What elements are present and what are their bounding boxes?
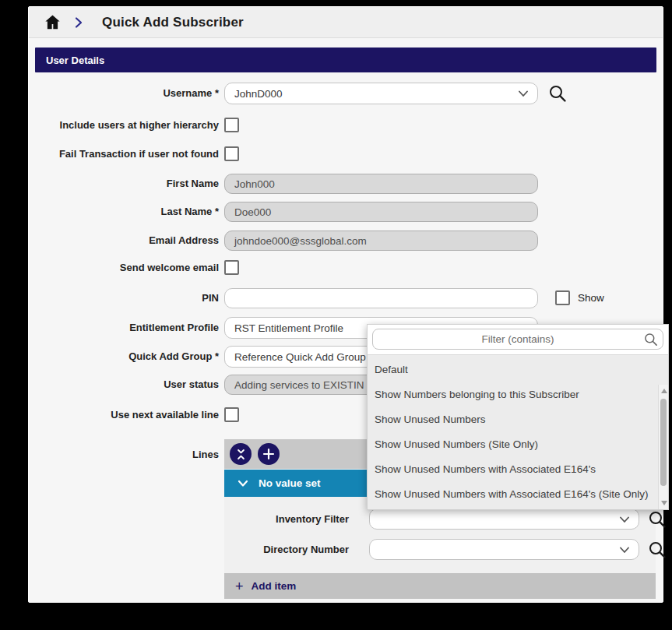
last-name-value: Doe000: [234, 206, 271, 218]
username-select[interactable]: JohnD000: [224, 83, 538, 104]
entitlement-profile-label: Entitlement Profile: [37, 317, 219, 339]
pin-label: PIN: [37, 288, 219, 308]
scroll-up-icon[interactable]: [661, 389, 667, 393]
first-name-label: First Name: [37, 174, 219, 194]
first-name-value: John000: [234, 178, 275, 190]
email-value: johndoe000@sssglobal.com: [234, 235, 367, 247]
scrollbar-thumb[interactable]: [660, 399, 667, 486]
line-group-title: No value set: [259, 477, 321, 489]
pin-input[interactable]: [224, 288, 538, 308]
directory-number-label: Directory Number: [232, 539, 349, 560]
user-status-label: User status: [37, 375, 219, 395]
collapse-all-icon: [234, 448, 248, 461]
option-show-unused-site-only[interactable]: Show Unused Numbers (Site Only): [368, 432, 668, 457]
chevron-down-icon: [618, 544, 631, 556]
add-item-label: Add item: [252, 580, 297, 592]
filter-option-list: Default Show Numbers belonging to this S…: [368, 354, 668, 509]
directory-number-search-icon[interactable]: [647, 540, 667, 560]
option-show-numbers-subscriber[interactable]: Show Numbers belonging to this Subscribe…: [368, 382, 668, 407]
last-name-label: Last Name *: [37, 202, 219, 222]
chevron-down-icon: [618, 513, 631, 526]
add-item-button[interactable]: + Add item: [224, 573, 656, 599]
filter-field: [372, 329, 663, 350]
first-name-field: John000: [224, 174, 538, 194]
filter-input[interactable]: [372, 329, 663, 350]
include-users-label: Include users at higher hierarchy: [37, 118, 219, 132]
add-line-button[interactable]: [258, 443, 280, 465]
email-field: johndoe000@sssglobal.com: [224, 231, 538, 251]
page-title: Quick Add Subscriber: [102, 15, 244, 30]
email-label: Email Address: [37, 231, 219, 251]
option-show-unused-e164-site-only[interactable]: Show Unused Numbers with Associated E164…: [368, 482, 668, 507]
username-value: JohnD000: [234, 88, 283, 100]
breadcrumb: Quick Add Subscriber: [29, 7, 663, 38]
home-button[interactable]: [43, 13, 62, 32]
pin-show-label: Show: [578, 290, 604, 305]
option-default[interactable]: Default: [368, 357, 668, 382]
directory-number-select[interactable]: [369, 539, 639, 560]
filter-search-icon: [643, 332, 659, 347]
option-show-unused-e164[interactable]: Show Unused Numbers with Associated E164…: [368, 457, 668, 482]
inventory-filter-search-icon[interactable]: [647, 509, 667, 530]
collapse-all-button[interactable]: [230, 443, 252, 465]
app-window: Quick Add Subscriber User Details Userna…: [28, 6, 663, 603]
breadcrumb-chevron-icon: [72, 16, 85, 29]
home-icon: [44, 13, 62, 31]
username-search-icon[interactable]: [547, 83, 568, 104]
chevron-down-icon: [517, 87, 530, 100]
use-next-line-label: Use next available line: [37, 407, 219, 422]
quick-add-group-label: Quick Add Group *: [37, 346, 219, 368]
scroll-down-icon[interactable]: [661, 501, 667, 505]
send-welcome-checkbox[interactable]: [224, 260, 239, 275]
chevron-down-icon: [237, 477, 249, 490]
dropdown-scrollbar[interactable]: [658, 385, 668, 509]
plus-icon: [262, 448, 275, 460]
section-header-user-details[interactable]: User Details: [35, 48, 656, 72]
include-users-checkbox[interactable]: [224, 118, 239, 132]
pin-show-checkbox[interactable]: [555, 290, 570, 305]
lines-label: Lines: [37, 447, 219, 462]
last-name-field: Doe000: [224, 202, 538, 222]
username-label: Username *: [37, 83, 219, 104]
quick-add-group-value: Reference Quick Add Group: [234, 351, 366, 363]
option-show-unused[interactable]: Show Unused Numbers: [368, 407, 668, 432]
use-next-line-checkbox[interactable]: [224, 407, 239, 422]
user-status-value: Adding services to EXISTIN: [234, 379, 364, 391]
send-welcome-label: Send welcome email: [37, 260, 219, 275]
plus-icon: +: [235, 579, 244, 593]
fail-transaction-checkbox[interactable]: [224, 146, 239, 161]
entitlement-profile-value: RST Entitlement Profile: [234, 322, 343, 334]
inventory-filter-label: Inventory Filter: [232, 509, 349, 530]
fail-transaction-label: Fail Transaction if user not found: [37, 146, 219, 161]
inventory-filter-select[interactable]: [369, 509, 639, 530]
section-title: User Details: [46, 55, 104, 66]
filter-dropdown-overlay: Default Show Numbers belonging to this S…: [367, 324, 669, 510]
